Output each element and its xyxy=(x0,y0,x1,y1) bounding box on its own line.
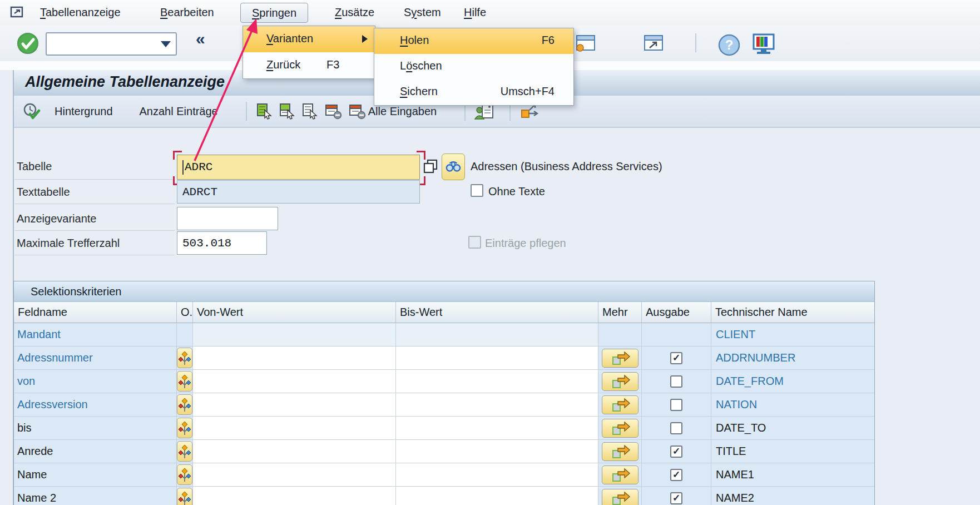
delete-all-selections-icon[interactable] xyxy=(348,103,366,120)
header-feldname[interactable]: Feldname xyxy=(14,302,177,323)
bis-wert-cell[interactable] xyxy=(396,393,598,417)
selection-option-icon[interactable] xyxy=(177,348,192,368)
technischer-name-cell[interactable]: DATE_FROM xyxy=(711,370,874,393)
multiple-selection-icon[interactable] xyxy=(602,489,639,505)
anzeigevariante-input[interactable] xyxy=(177,207,278,230)
von-wert-cell[interactable] xyxy=(193,487,396,505)
command-dropdown-icon[interactable] xyxy=(161,41,171,47)
selection-option-icon[interactable] xyxy=(177,371,192,392)
delete-selection-icon[interactable] xyxy=(324,103,342,120)
technischer-name-cell[interactable]: DATE_TO xyxy=(711,417,874,440)
menu-item-loeschen[interactable]: Löschen xyxy=(374,54,573,80)
feldname-cell[interactable]: von xyxy=(14,370,177,393)
ausgabe-checkbox[interactable]: ✓ xyxy=(670,399,682,411)
selection-option-icon[interactable] xyxy=(177,464,192,485)
menu-system[interactable]: System xyxy=(397,3,448,22)
header-technischer-name[interactable]: Technischer Name xyxy=(711,302,874,323)
technischer-name-cell[interactable]: ADDRNUMBER xyxy=(711,346,874,370)
option-cell xyxy=(177,370,193,393)
bis-wert-cell[interactable] xyxy=(396,323,598,346)
command-field[interactable] xyxy=(46,32,177,56)
gui-settings-icon[interactable] xyxy=(752,33,775,58)
sap-gui-window: Tabellenanzeige Bearbeiten Springen Zusä… xyxy=(0,0,980,505)
multiple-selection-icon[interactable] xyxy=(602,442,639,461)
ausgabe-checkbox[interactable]: ✓ xyxy=(670,422,682,434)
von-wert-cell[interactable] xyxy=(193,393,396,417)
menu-hilfe[interactable]: Hilfe xyxy=(457,3,493,22)
header-ausgabe[interactable]: Ausgabe xyxy=(642,302,711,323)
menu-springen[interactable]: Springen xyxy=(240,3,308,23)
multiple-selection-icon[interactable] xyxy=(602,349,639,368)
von-wert-cell[interactable] xyxy=(193,463,396,487)
von-wert-cell[interactable] xyxy=(193,440,396,463)
collapse-icon[interactable]: « xyxy=(196,29,205,48)
von-wert-cell[interactable] xyxy=(193,417,396,440)
feldname-cell[interactable]: Adressnummer xyxy=(14,346,177,370)
deselect-all-icon[interactable] xyxy=(301,103,318,120)
create-shortcut-icon[interactable] xyxy=(643,33,664,55)
technischer-name-cell[interactable]: CLIENT xyxy=(711,323,874,346)
texttabelle-input[interactable]: ADRCT xyxy=(177,180,420,204)
multiple-selection-icon[interactable] xyxy=(602,372,639,391)
bis-wert-cell[interactable] xyxy=(396,346,598,370)
selection-option-icon[interactable] xyxy=(177,418,192,438)
technischer-name-cell[interactable]: NATION xyxy=(711,393,874,417)
bis-wert-cell[interactable] xyxy=(396,487,598,505)
technischer-name-cell[interactable]: NAME2 xyxy=(711,487,874,505)
header-option[interactable]: O. xyxy=(177,302,193,323)
feldname-cell[interactable]: Anrede xyxy=(14,440,177,463)
multiple-selection-icon[interactable] xyxy=(602,419,639,438)
all-inputs-button[interactable]: Alle Eingaben xyxy=(368,105,437,118)
von-wert-cell[interactable] xyxy=(193,370,396,393)
bis-wert-cell[interactable] xyxy=(396,440,598,463)
execute-icon[interactable] xyxy=(23,102,41,120)
enter-icon[interactable] xyxy=(17,32,39,57)
background-button[interactable]: Hintergrund xyxy=(55,105,113,118)
copy-icon[interactable] xyxy=(422,158,439,176)
menu-item-varianten[interactable]: Varianten xyxy=(243,26,375,52)
technischer-name-cell[interactable]: NAME1 xyxy=(711,463,874,487)
feldname-cell[interactable]: Name 2 xyxy=(14,487,177,505)
binoculars-icon[interactable] xyxy=(442,154,465,180)
menu-zusaetze[interactable]: Zusätze xyxy=(328,3,381,22)
multiple-selection-icon[interactable] xyxy=(602,466,639,484)
entry-count-button[interactable]: Anzahl Einträge xyxy=(140,105,218,118)
feldname-cell[interactable]: bis xyxy=(14,417,177,440)
von-wert-cell[interactable] xyxy=(193,323,396,346)
multiple-selection-icon[interactable] xyxy=(602,395,639,414)
menu-item-holen[interactable]: Holen F6 xyxy=(374,28,573,54)
bis-wert-cell[interactable] xyxy=(396,370,598,393)
system-menu-icon[interactable] xyxy=(9,4,26,22)
feldname-cell[interactable]: Mandant xyxy=(14,323,177,346)
ausgabe-checkbox[interactable]: ✓ xyxy=(670,352,682,364)
max-trefferzahl-input[interactable]: 503.018 xyxy=(177,231,267,255)
select-all-icon[interactable] xyxy=(256,103,273,120)
menu-item-zurueck[interactable]: Zurück F3 xyxy=(243,52,375,78)
selection-option-icon[interactable] xyxy=(177,488,192,505)
ausgabe-checkbox[interactable]: ✓ xyxy=(670,445,682,458)
von-wert-cell[interactable] xyxy=(193,346,396,370)
menu-item-sichern[interactable]: Sichern Umsch+F4 xyxy=(374,80,573,105)
feldname-cell[interactable]: Name xyxy=(14,463,177,487)
header-mehr[interactable]: Mehr xyxy=(598,302,642,323)
menu-bearbeiten[interactable]: Bearbeiten xyxy=(154,3,221,22)
help-icon[interactable]: ? xyxy=(717,33,741,59)
technischer-name-cell[interactable]: TITLE xyxy=(711,440,874,463)
ausgabe-checkbox[interactable]: ✓ xyxy=(670,375,682,388)
menu-tabellenanzeige[interactable]: Tabellenanzeige xyxy=(33,3,127,22)
ausgabe-checkbox[interactable]: ✓ xyxy=(670,469,682,481)
tabelle-input[interactable]: ADRC xyxy=(177,155,420,180)
select-block-icon[interactable] xyxy=(279,103,295,120)
new-session-icon[interactable] xyxy=(575,33,596,55)
bis-wert-cell[interactable] xyxy=(396,417,598,440)
feldname-cell[interactable]: Adressversion xyxy=(14,393,177,417)
header-bis-wert[interactable]: Bis-Wert xyxy=(396,302,598,323)
selection-option-icon[interactable] xyxy=(177,441,192,462)
header-von-wert[interactable]: Von-Wert xyxy=(193,302,396,323)
texttabelle-label: Texttabelle xyxy=(17,186,70,199)
bis-wert-cell[interactable] xyxy=(396,463,598,487)
mehr-cell xyxy=(598,393,642,417)
ohne-texte-checkbox[interactable] xyxy=(471,184,483,197)
selection-option-icon[interactable] xyxy=(177,394,192,415)
ausgabe-checkbox[interactable]: ✓ xyxy=(670,492,682,504)
